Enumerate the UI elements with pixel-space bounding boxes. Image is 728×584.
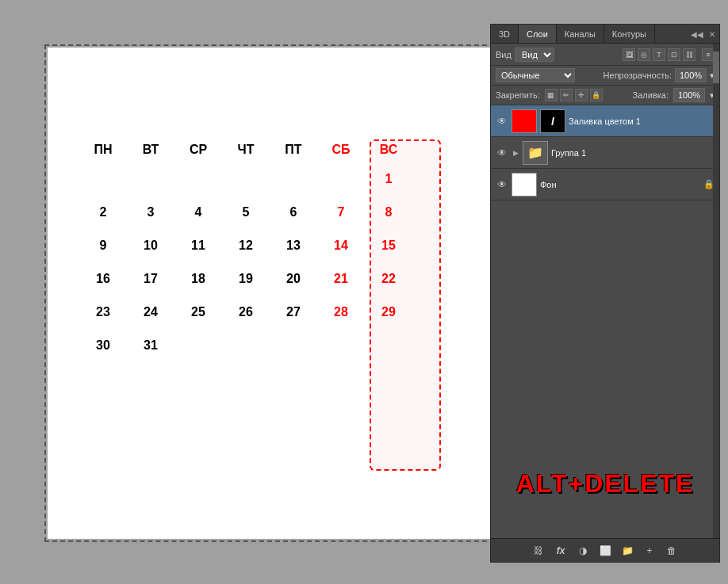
- view-select[interactable]: Вид: [515, 48, 554, 62]
- lock-all-icon[interactable]: 🔒: [590, 89, 603, 101]
- cal-cell: 21: [317, 265, 365, 293]
- cal-cell: 29: [365, 298, 412, 326]
- cal-cell: 12: [222, 231, 270, 260]
- fill-label: Заливка:: [633, 90, 669, 100]
- layer-visibility-toggle[interactable]: 👁: [496, 115, 508, 128]
- cal-cell: [174, 331, 222, 360]
- fill-input[interactable]: [673, 88, 705, 102]
- cal-cell: 23: [79, 298, 127, 326]
- lock-transparency-icon[interactable]: ▦: [545, 89, 557, 101]
- tab-channels[interactable]: Каналы: [557, 25, 604, 43]
- layer-visibility-toggle[interactable]: 👁: [496, 178, 508, 191]
- scrollbar-thumb[interactable]: [713, 52, 719, 83]
- cal-cell: 30: [79, 331, 127, 360]
- cal-cell: 17: [127, 265, 174, 293]
- cal-cell: [317, 165, 365, 193]
- adjustment-icon[interactable]: ◑: [575, 543, 591, 559]
- tab-layers[interactable]: Слои: [519, 25, 557, 43]
- lock-paint-icon[interactable]: ✏: [560, 89, 573, 101]
- cal-cell: 13: [270, 231, 317, 260]
- cal-cell: 31: [127, 331, 174, 360]
- cal-cell: 16: [79, 265, 127, 293]
- layer-item-fill[interactable]: 👁 I Заливка цветом 1: [491, 105, 719, 137]
- cal-row-6: 30 31: [79, 331, 428, 360]
- panel-scrollbar[interactable]: [713, 44, 719, 538]
- cal-cell: [79, 165, 127, 193]
- layer-thumbnail-bg: [512, 173, 537, 197]
- opacity-input[interactable]: [675, 68, 707, 82]
- cal-cell: 7: [317, 198, 365, 227]
- panel-footer: ⛓ fx ◑ ⬜ 📁 + 🗑: [491, 538, 719, 562]
- layer-thumbnail-red: [512, 109, 537, 133]
- tab-3d[interactable]: 3D: [491, 25, 519, 43]
- cal-cell: 18: [174, 265, 222, 293]
- day-header-sr: СР: [174, 143, 222, 157]
- cal-row-4: 16 17 18 19 20 21 22: [79, 265, 428, 293]
- cal-cell: 11: [174, 231, 222, 260]
- canvas-document: ПН ВТ СР ЧТ ПТ СБ ВС 1: [48, 48, 508, 539]
- lock-row: Закрепить: ▦ ✏ ✛ 🔒 Заливка: ▾: [491, 86, 719, 105]
- panels-area: 3D Слои Каналы Контуры ◀◀ ✕ Вид Вид 🖼 ◎ …: [490, 24, 720, 563]
- cal-cell: [270, 165, 317, 193]
- circle-icon[interactable]: ◎: [638, 48, 650, 61]
- cal-cell: 6: [270, 198, 317, 227]
- layer-item-background[interactable]: 👁 Фон 🔒: [491, 169, 719, 200]
- day-header-pn: ПН: [79, 143, 127, 157]
- cal-cell: 1: [365, 165, 412, 193]
- lock-icons: ▦ ✏ ✛ 🔒: [545, 89, 603, 101]
- delete-layer-icon[interactable]: 🗑: [664, 543, 680, 559]
- lock-label: Закрепить:: [496, 90, 540, 100]
- cal-cell: 22: [365, 265, 412, 293]
- mask-icon[interactable]: ⬜: [597, 543, 613, 559]
- day-headers-row: ПН ВТ СР ЧТ ПТ СБ ВС: [79, 143, 428, 157]
- text-icon[interactable]: T: [653, 48, 665, 61]
- cal-cell: [222, 165, 270, 193]
- close-icon[interactable]: ✕: [709, 29, 715, 38]
- cal-cell: [222, 331, 270, 360]
- collapse-icon[interactable]: ◀◀: [691, 29, 703, 38]
- layer-mask-thumbnail: I: [540, 109, 565, 133]
- panel-tabs: 3D Слои Каналы Контуры ◀◀ ✕: [491, 25, 719, 44]
- cal-cell: 19: [222, 265, 270, 293]
- cal-cell: 27: [270, 298, 317, 326]
- link-icon[interactable]: ⛓: [683, 48, 695, 61]
- new-layer-icon[interactable]: +: [642, 543, 657, 559]
- cal-cell: 4: [174, 198, 222, 227]
- cal-cell: [270, 331, 317, 360]
- cal-cell: 2: [79, 198, 127, 227]
- fx-icon[interactable]: fx: [553, 543, 569, 559]
- day-header-sb: СБ: [317, 143, 365, 157]
- link-layers-icon[interactable]: ⛓: [531, 543, 546, 559]
- resize-icon[interactable]: ⊡: [668, 48, 680, 61]
- layer-name-bg: Фон: [540, 180, 700, 189]
- tab-paths[interactable]: Контуры: [604, 25, 655, 43]
- layers-list: 👁 I Заливка цветом 1 👁 ▶ 📁 Группа 1 👁 Фо…: [491, 105, 719, 200]
- alt-delete-label: ALT+DELETE: [499, 469, 711, 498]
- search-bar: Вид Вид 🖼 ◎ T ⊡ ⛓ ≡: [491, 44, 719, 66]
- search-label: Вид: [496, 50, 512, 59]
- day-header-cht: ЧТ: [222, 143, 270, 157]
- cal-cell: 26: [222, 298, 270, 326]
- calendar-grid: 1 2 3 4 5 6 7 8 9 10 11 12 13 14: [79, 165, 428, 360]
- cal-row-1: 1: [79, 165, 428, 193]
- blend-mode-select[interactable]: Обычные: [496, 68, 575, 82]
- cal-cell: [174, 165, 222, 193]
- cal-cell: 10: [127, 231, 174, 260]
- lock-move-icon[interactable]: ✛: [575, 89, 588, 101]
- group-icon[interactable]: 📁: [619, 543, 635, 559]
- cal-row-2: 2 3 4 5 6 7 8: [79, 198, 428, 227]
- day-header-vt: ВТ: [127, 143, 174, 157]
- layer-name-fill: Заливка цветом 1: [569, 116, 715, 126]
- cal-row-5: 23 24 25 26 27 28 29: [79, 298, 428, 326]
- search-icons: 🖼 ◎ T ⊡ ⛓: [623, 48, 695, 61]
- cal-cell: 14: [317, 231, 365, 260]
- cal-cell: 8: [365, 198, 412, 227]
- layer-name-group: Группа 1: [551, 148, 715, 158]
- image-icon[interactable]: 🖼: [623, 48, 635, 61]
- layer-item-group[interactable]: 👁 ▶ 📁 Группа 1: [491, 137, 719, 169]
- layer-expand-icon[interactable]: ▶: [512, 149, 519, 157]
- cal-cell: 24: [127, 298, 174, 326]
- layer-visibility-toggle[interactable]: 👁: [496, 147, 508, 159]
- cal-cell: 9: [79, 231, 127, 260]
- day-header-vs: ВС: [365, 143, 412, 157]
